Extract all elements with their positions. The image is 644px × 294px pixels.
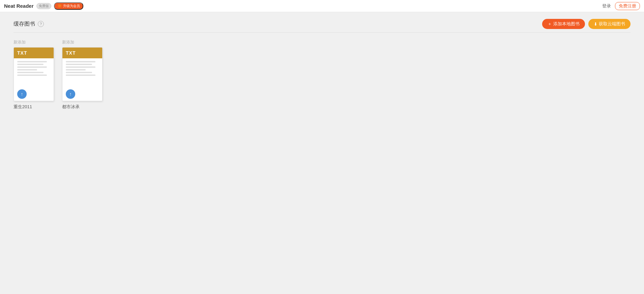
book-cover-footer: ↑ <box>14 87 54 101</box>
book-type-badge: TXT <box>14 48 54 58</box>
help-icon[interactable]: ? <box>38 21 44 27</box>
add-local-book-button[interactable]: ＋ 添加本地图书 <box>542 19 585 29</box>
book-line <box>66 69 86 70</box>
books-grid: 新添加 TXT ↑ 重生2011 新添加 TXT <box>13 39 631 110</box>
book-cover: TXT ↑ <box>62 47 103 101</box>
book-title: 重生2011 <box>13 104 32 110</box>
book-item[interactable]: 新添加 TXT ↑ 都市冰承 <box>62 39 103 110</box>
book-line <box>17 75 47 76</box>
add-local-icon: ＋ <box>548 21 552 27</box>
book-line <box>66 64 92 65</box>
navbar: Neat Reader 免费版 🔆 升级为会员 登录 免费注册 <box>0 0 644 12</box>
upgrade-vip-button[interactable]: 🔆 升级为会员 <box>54 2 83 10</box>
main-content: 缓存图书 ? ＋ 添加本地图书 ⬇ 获取云端图书 新添加 TXT <box>0 12 644 117</box>
navbar-right: 登录 免费注册 <box>602 2 640 10</box>
book-type-badge: TXT <box>62 48 102 58</box>
upload-button[interactable]: ↑ <box>66 89 75 99</box>
upload-button[interactable]: ↑ <box>17 89 27 99</box>
book-line <box>66 72 92 73</box>
page-header-left: 缓存图书 ? <box>13 21 44 28</box>
login-button[interactable]: 登录 <box>602 3 611 9</box>
book-line <box>17 66 47 68</box>
book-line <box>66 66 95 68</box>
app-title: Neat Reader <box>4 3 34 9</box>
add-local-label: 添加本地图书 <box>553 21 580 27</box>
book-cover-lines <box>14 58 54 87</box>
upgrade-icon: 🔆 <box>57 4 62 8</box>
book-cover-lines <box>62 58 102 87</box>
free-badge: 免费版 <box>36 3 51 9</box>
book-line <box>17 64 44 65</box>
book-new-label: 新添加 <box>13 39 26 45</box>
get-cloud-book-button[interactable]: ⬇ 获取云端图书 <box>588 19 631 29</box>
upgrade-vip-label: 升级为会员 <box>63 4 80 8</box>
book-line <box>66 75 95 76</box>
book-cover-footer: ↑ <box>62 87 102 101</box>
book-line <box>17 72 44 73</box>
register-button[interactable]: 免费注册 <box>615 2 640 10</box>
get-cloud-icon: ⬇ <box>594 22 597 27</box>
book-line <box>66 61 95 62</box>
page-header: 缓存图书 ? ＋ 添加本地图书 ⬇ 获取云端图书 <box>13 19 631 33</box>
page-header-right: ＋ 添加本地图书 ⬇ 获取云端图书 <box>542 19 631 29</box>
navbar-left: Neat Reader 免费版 🔆 升级为会员 <box>4 2 83 10</box>
book-item[interactable]: 新添加 TXT ↑ 重生2011 <box>13 39 54 110</box>
book-title: 都市冰承 <box>62 104 80 110</box>
book-new-label: 新添加 <box>62 39 74 45</box>
book-cover: TXT ↑ <box>13 47 54 101</box>
page-title: 缓存图书 <box>13 21 35 28</box>
book-line <box>17 69 37 70</box>
get-cloud-label: 获取云端图书 <box>599 21 625 27</box>
book-line <box>17 61 47 62</box>
